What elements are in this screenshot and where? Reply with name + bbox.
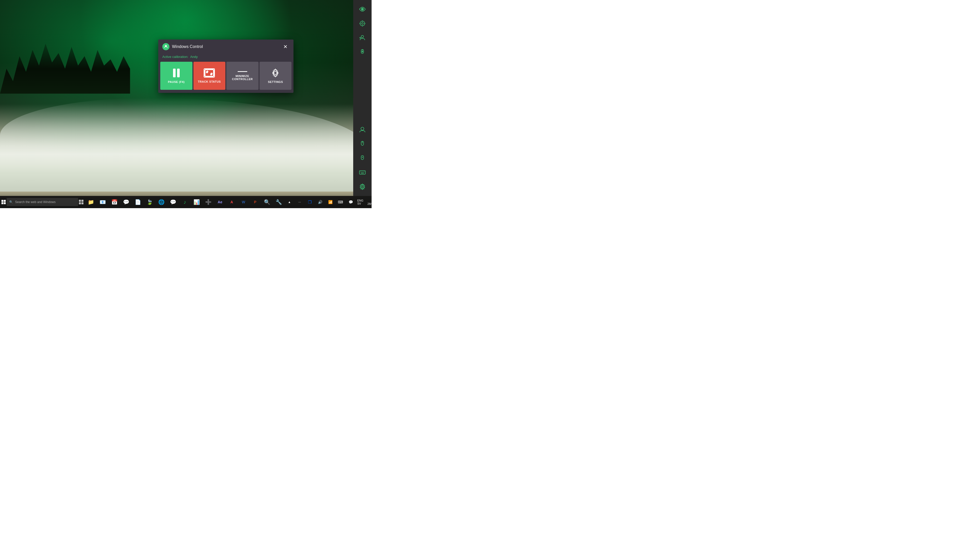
search-placeholder: Search the web and Windows — [15, 200, 56, 204]
start-button[interactable] — [1, 196, 6, 208]
svg-point-18 — [362, 51, 363, 52]
svg-point-1 — [165, 46, 166, 46]
svg-rect-38 — [81, 202, 83, 204]
subtitle-prefix: Active calibration: — [162, 55, 188, 59]
system-tray-arrow[interactable]: ▲ — [285, 197, 294, 208]
taskbar-app-plus[interactable]: ➕ — [203, 197, 214, 208]
track-status-label: TRACK STATUS — [198, 80, 221, 83]
taskbar-right: ▲ ··· ❐ 🔊 📶 ⌨ 💬 ENG SV 16:06 28/03/2017 — [285, 197, 372, 208]
keyboard-sidebar-icon[interactable] — [356, 166, 369, 179]
system-tray-volume[interactable]: 🔊 — [315, 197, 325, 208]
svg-point-4 — [210, 73, 212, 76]
pause-bar-left — [173, 68, 176, 77]
system-tray-notification[interactable]: 💬 — [346, 197, 355, 208]
svg-point-30 — [362, 186, 363, 188]
taskbar-app-pdf[interactable]: 📄 — [132, 197, 143, 208]
dialog-title: Windows Control — [172, 44, 203, 49]
track-status-icon — [204, 68, 215, 78]
svg-rect-34 — [4, 202, 6, 204]
dialog-buttons: PAUSE (F4) TRACK STATUS — [158, 62, 293, 93]
clock-date: 28/03/2017 — [368, 202, 372, 206]
minimize-label: MINIMIZE CONTROLLER — [226, 75, 259, 81]
taskbar-app-aftereffects[interactable]: Ae — [215, 197, 226, 208]
windows-control-dialog: Windows Control ✕ Active calibration: An… — [158, 40, 293, 93]
dialog-title-left: Windows Control — [162, 43, 203, 50]
taskbar-app-powerpoint[interactable]: P — [250, 197, 261, 208]
svg-point-9 — [362, 23, 363, 24]
taskbar-app-word[interactable]: W — [238, 197, 249, 208]
lang-code: ENG — [357, 199, 363, 202]
svg-rect-32 — [4, 200, 6, 202]
eye-tracking-sidebar-icon[interactable] — [356, 3, 369, 15]
language-indicator: ENG SV — [356, 199, 364, 205]
taskbar-app-money[interactable]: 📊 — [191, 197, 202, 208]
svg-rect-33 — [2, 202, 3, 204]
desktop: Windows Control ✕ Active calibration: An… — [0, 0, 372, 208]
svg-point-8 — [360, 21, 365, 26]
svg-rect-37 — [79, 202, 81, 204]
svg-rect-24 — [360, 171, 365, 174]
svg-point-7 — [362, 9, 363, 10]
taskbar-app-skype[interactable]: 💬 — [167, 197, 179, 208]
calibration-name: Andy — [190, 55, 198, 59]
task-view-button[interactable] — [79, 197, 84, 208]
search-icon: 🔍 — [9, 200, 13, 204]
taskbar-app-explorer[interactable]: 📁 — [85, 197, 97, 208]
settings-button[interactable]: SETTINGS — [259, 62, 292, 90]
pause-icon — [173, 68, 180, 78]
taskbar-app-evernote[interactable]: 🍃 — [144, 197, 155, 208]
taskbar-app-tool[interactable]: 🔧 — [273, 197, 284, 208]
locale-code: SV — [357, 202, 363, 205]
taskbar-app-search[interactable]: 🔍 — [261, 197, 272, 208]
taskbar-apps: 📁 📧 📅 💬 📄 🍃 🌐 💬 ♪ 📊 ➕ Ae A W P 🔍 🔧 — [85, 197, 284, 208]
taskbar-clock[interactable]: 16:06 28/03/2017 — [366, 198, 372, 206]
system-tray-wifi[interactable]: 📶 — [326, 197, 335, 208]
dialog-titlebar: Windows Control ✕ — [158, 40, 293, 54]
minimize-controller-button[interactable]: MINIMIZE CONTROLLER — [226, 62, 259, 90]
login-sidebar-icon[interactable] — [356, 32, 369, 44]
dialog-logo — [162, 43, 169, 50]
taskbar-app-acrobat[interactable]: A — [226, 197, 237, 208]
system-tray-dropbox[interactable]: ❐ — [305, 197, 314, 208]
system-tray-keyboard[interactable]: ⌨ — [336, 197, 345, 208]
taskbar-search[interactable]: 🔍 Search the web and Windows — [6, 198, 78, 206]
taskbar-app-chrome[interactable]: 🌐 — [156, 197, 167, 208]
svg-rect-36 — [81, 200, 83, 202]
taskbar-app-calendar[interactable]: 📅 — [109, 197, 120, 208]
minimize-icon — [238, 71, 247, 72]
pause-button[interactable]: PAUSE (F4) — [160, 62, 192, 90]
pause-label: PAUSE (F4) — [168, 80, 185, 83]
mouse-sidebar-icon[interactable] — [356, 46, 369, 58]
svg-point-14 — [361, 35, 363, 38]
svg-point-3 — [207, 71, 208, 73]
system-tray-more[interactable]: ··· — [295, 197, 304, 208]
taskbar-app-mail[interactable]: 📧 — [97, 197, 108, 208]
dialog-close-button[interactable]: ✕ — [281, 43, 290, 51]
gear-icon — [270, 68, 280, 78]
dialog-subtitle: Active calibration: Andy — [158, 54, 293, 62]
profile-sidebar-icon[interactable] — [356, 124, 369, 136]
settings-label: SETTINGS — [268, 80, 283, 83]
crosshair-sidebar-icon[interactable] — [356, 17, 369, 30]
svg-rect-35 — [79, 200, 81, 202]
svg-rect-31 — [2, 200, 3, 202]
settings-sidebar-icon[interactable] — [356, 181, 369, 193]
mouse3-sidebar-icon[interactable] — [356, 152, 369, 164]
taskbar: 🔍 Search the web and Windows 📁 📧 📅 💬 📄 🍃… — [0, 196, 372, 208]
taskbar-app-whatsapp[interactable]: 💬 — [121, 197, 132, 208]
mouse2-sidebar-icon[interactable] — [356, 138, 369, 150]
track-status-button[interactable]: TRACK STATUS — [193, 62, 226, 90]
pause-bar-right — [177, 68, 180, 77]
taskbar-app-spotify[interactable]: ♪ — [179, 197, 190, 208]
svg-point-19 — [361, 127, 364, 130]
right-sidebar — [353, 0, 372, 196]
